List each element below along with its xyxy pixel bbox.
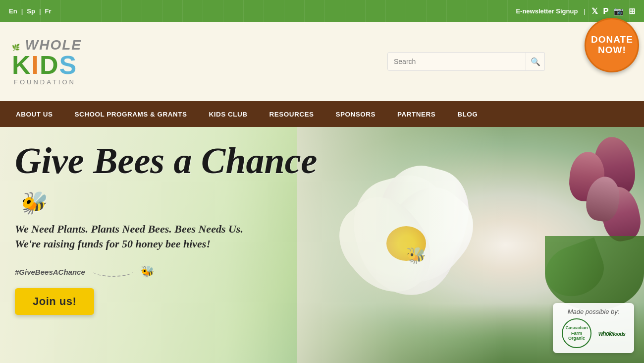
hero-subtitle2: We're raising funds for 50 honey bee hiv… [15, 238, 332, 250]
logo-d: D [40, 51, 59, 79]
donate-label: DONATE NOW! [591, 35, 633, 56]
top-sep: | [584, 7, 586, 15]
nav-resources[interactable]: RESOURCES [259, 101, 325, 127]
logo-i: I [32, 51, 40, 79]
lang-sep1: | [21, 7, 23, 15]
made-possible-section: Made possible by: CascadianFarmOrganic w… [553, 303, 634, 353]
top-right-area: E-newsletter Signup | 𝕏 𝗣 📷 ⊞ [516, 6, 635, 16]
hashtag: #GiveBeesAChance [15, 268, 85, 276]
bee-icon: 🐝 [19, 192, 46, 215]
sponsor-cascadian: CascadianFarmOrganic [562, 318, 591, 348]
hero-subtitle1: We Need Plants. Plants Need Bees. Bees N… [15, 223, 332, 236]
nav-blog[interactable]: BLOG [446, 101, 488, 127]
join-button[interactable]: Join us! [15, 288, 94, 315]
logo-foundation: FOUNDATION [14, 79, 76, 85]
newsletter-link[interactable]: E-newsletter Signup [516, 7, 578, 15]
social-icons: 𝕏 𝗣 📷 ⊞ [591, 6, 635, 16]
lang-sep2: | [39, 7, 41, 15]
lang-en[interactable]: En [9, 7, 17, 15]
hero-content: Give Bees a Chance 🐝 We Need Plants. Pla… [0, 127, 347, 363]
search-input[interactable] [387, 52, 526, 71]
nav-kids-club[interactable]: KIDS CLUB [198, 101, 259, 127]
logo-kids: KIDS [12, 52, 77, 78]
top-bar: En | Sp | Fr E-newsletter Signup | 𝕏 𝗣 📷… [0, 0, 644, 22]
lang-sp[interactable]: Sp [27, 7, 35, 15]
donate-button[interactable]: DONATE NOW! [581, 14, 643, 76]
made-possible-label: Made possible by: [568, 308, 620, 315]
small-bee-icon: 🐝 [141, 265, 154, 278]
nav-sponsors[interactable]: SPONSORS [325, 101, 387, 127]
logo-s: S [59, 51, 78, 79]
search-button[interactable]: 🔍 [526, 52, 545, 71]
rss-icon[interactable]: ⊞ [629, 6, 635, 16]
lang-fr[interactable]: Fr [45, 7, 52, 15]
language-selector: En | Sp | Fr [9, 7, 52, 15]
search-bar: 🔍 [387, 52, 545, 71]
logo-whole: 🌿 WHOLE [12, 38, 82, 52]
main-nav: ABOUT US SCHOOL PROGRAMS & GRANTS KIDS C… [0, 101, 644, 127]
twitter-icon[interactable]: 𝕏 [591, 6, 598, 16]
hero-section: 🐝 Give Bees a Chance 🐝 We Need Plants. P… [0, 127, 644, 363]
nav-school-programs[interactable]: SCHOOL PROGRAMS & GRANTS [64, 101, 198, 127]
sponsor-wholefoods: wholefoods [598, 330, 625, 337]
header: 🌿 WHOLE KIDS FOUNDATION 🔍 DONATE NOW! [0, 22, 644, 101]
logo[interactable]: 🌿 WHOLE KIDS FOUNDATION [12, 38, 82, 85]
instagram-icon[interactable]: 📷 [614, 6, 624, 16]
pinterest-icon[interactable]: 𝗣 [603, 6, 609, 16]
nav-about-us[interactable]: ABOUT US [5, 101, 64, 127]
nav-partners[interactable]: PARTNERS [386, 101, 446, 127]
sponsors-row: CascadianFarmOrganic wholefoods [562, 318, 625, 348]
hashtag-area: #GiveBeesAChance 🐝 [15, 265, 332, 278]
logo-k: K [12, 51, 32, 79]
hero-title: Give Bees a Chance 🐝 [15, 142, 332, 219]
